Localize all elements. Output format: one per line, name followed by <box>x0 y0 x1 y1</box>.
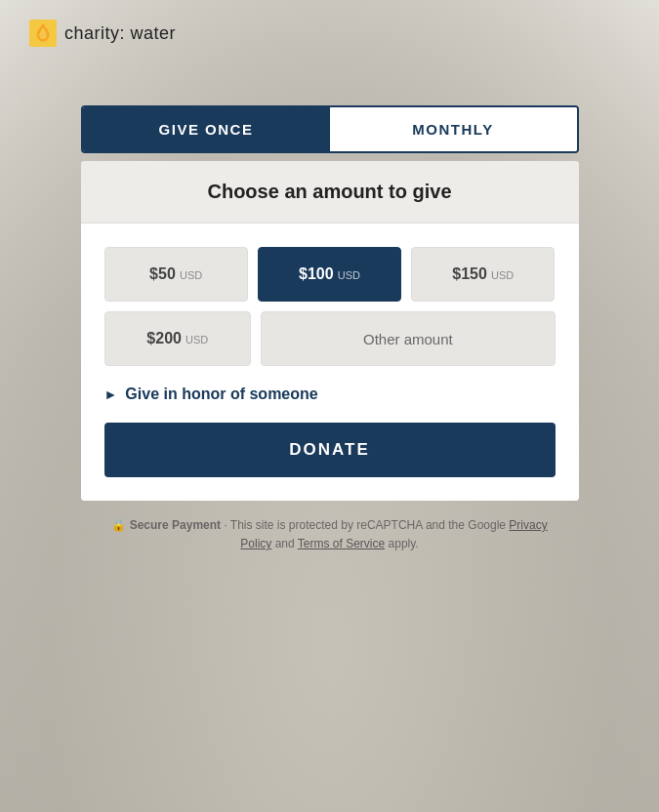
amount-200-unit: USD <box>185 334 208 345</box>
amount-100[interactable]: $100 USD <box>258 247 401 302</box>
donation-card: Choose an amount to give $50 USD $100 US… <box>81 161 579 501</box>
logo-text: charity: water <box>64 23 176 44</box>
amount-50[interactable]: $50 USD <box>104 247 248 302</box>
amount-other-label: Other amount <box>363 331 453 347</box>
amount-grid-row2: $200 USD Other amount <box>104 311 556 366</box>
amount-grid-row1: $50 USD $100 USD $150 USD <box>104 247 556 302</box>
logo-icon <box>29 20 57 47</box>
amount-200[interactable]: $200 USD <box>104 311 252 366</box>
terms-of-service-link[interactable]: Terms of Service <box>298 537 385 550</box>
footer-and: and <box>275 537 298 550</box>
footer-apply: apply. <box>389 537 419 550</box>
amount-50-unit: USD <box>180 269 202 281</box>
header: charity: water <box>29 20 176 47</box>
amount-50-value: $50 <box>149 265 176 282</box>
donate-button[interactable]: DONATE <box>104 423 556 477</box>
amount-150-unit: USD <box>491 269 514 281</box>
lock-icon: 🔒 <box>111 518 126 532</box>
footer-description: · This site is protected by reCAPTCHA an… <box>224 518 509 532</box>
footer: 🔒 Secure Payment · This site is protecte… <box>81 516 579 553</box>
amount-200-value: $200 <box>146 330 182 346</box>
amount-100-unit: USD <box>338 269 360 281</box>
amount-other[interactable]: Other amount <box>261 311 555 366</box>
amount-150-value: $150 <box>452 265 487 282</box>
card-header: Choose an amount to give <box>81 161 579 223</box>
honor-label: Give in honor of someone <box>125 386 317 403</box>
tab-monthly[interactable]: MONTHLY <box>330 107 577 151</box>
card-title: Choose an amount to give <box>207 181 451 202</box>
frequency-tabs: GIVE ONCE MONTHLY <box>81 105 579 153</box>
secure-label: Secure Payment <box>130 518 221 532</box>
amount-100-value: $100 <box>299 265 334 282</box>
donation-widget: GIVE ONCE MONTHLY Choose an amount to gi… <box>81 105 579 553</box>
honor-section[interactable]: ► Give in honor of someone <box>104 386 556 403</box>
honor-arrow-icon: ► <box>104 386 118 402</box>
card-body: $50 USD $100 USD $150 USD $200 <box>81 223 579 501</box>
amount-150[interactable]: $150 USD <box>411 247 555 302</box>
tab-give-once[interactable]: GIVE ONCE <box>83 107 330 151</box>
